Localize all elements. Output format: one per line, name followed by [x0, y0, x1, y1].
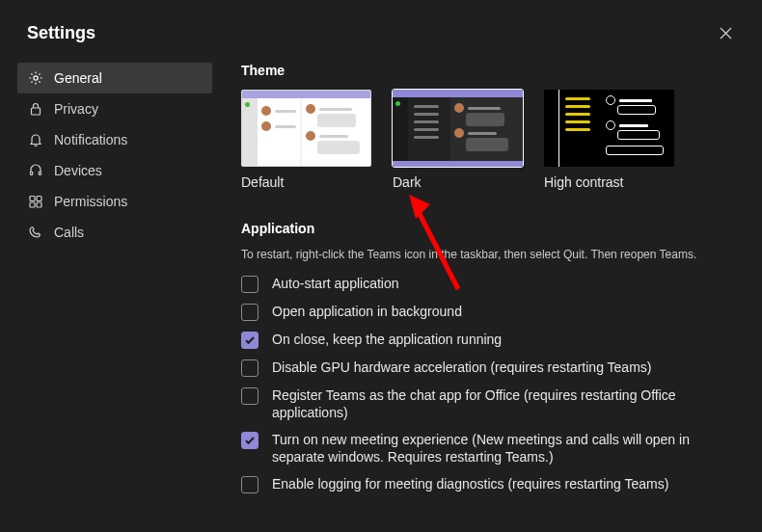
app-option-label: Enable logging for meeting diagnostics (…: [272, 475, 668, 492]
permissions-icon: [27, 193, 44, 210]
app-option-row[interactable]: Disable GPU hardware acceleration (requi…: [241, 359, 743, 377]
theme-thumbnail-high-contrast: [544, 90, 674, 167]
sidebar-item-devices[interactable]: Devices: [17, 155, 212, 186]
theme-thumbnail-default: [241, 90, 371, 167]
application-subtext: To restart, right-click the Teams icon i…: [241, 248, 743, 261]
headset-icon: [27, 162, 44, 179]
sidebar-item-label: General: [54, 70, 102, 86]
checkbox[interactable]: [241, 476, 259, 493]
theme-label: Default: [241, 174, 371, 190]
app-option-row[interactable]: Enable logging for meeting diagnostics (…: [241, 475, 743, 493]
theme-heading: Theme: [241, 63, 743, 78]
application-options: Auto-start applicationOpen application i…: [241, 275, 743, 493]
bell-icon: [27, 131, 44, 148]
checkbox[interactable]: [241, 304, 259, 321]
svg-rect-6: [30, 202, 35, 207]
svg-point-0: [34, 76, 38, 80]
gear-icon: [27, 69, 44, 87]
app-option-row[interactable]: On close, keep the application running: [241, 331, 743, 349]
svg-rect-2: [31, 172, 33, 175]
app-option-label: Disable GPU hardware acceleration (requi…: [272, 359, 651, 376]
sidebar-item-label: Calls: [54, 225, 84, 240]
app-option-label: Turn on new meeting experience (New meet…: [272, 431, 716, 466]
theme-option-default[interactable]: Default: [241, 90, 371, 190]
settings-sidebar: General Privacy Notifications Devices Pe: [17, 63, 212, 493]
phone-icon: [27, 224, 44, 241]
close-button[interactable]: [716, 24, 735, 43]
theme-label: Dark: [393, 174, 523, 190]
svg-rect-3: [39, 172, 41, 175]
app-option-row[interactable]: Auto-start application: [241, 275, 743, 293]
sidebar-item-notifications[interactable]: Notifications: [17, 124, 212, 155]
app-option-label: Register Teams as the chat app for Offic…: [272, 386, 716, 421]
checkbox[interactable]: [241, 432, 259, 449]
checkbox[interactable]: [241, 276, 259, 293]
theme-options: Default: [241, 90, 743, 190]
application-heading: Application: [241, 221, 743, 236]
checkbox[interactable]: [241, 359, 259, 377]
app-option-label: On close, keep the application running: [272, 331, 502, 348]
svg-rect-1: [32, 108, 41, 115]
sidebar-item-calls[interactable]: Calls: [17, 217, 212, 248]
sidebar-item-privacy[interactable]: Privacy: [17, 93, 212, 124]
sidebar-item-label: Permissions: [54, 194, 127, 209]
app-option-label: Open application in background: [272, 303, 462, 320]
sidebar-item-label: Notifications: [54, 132, 127, 147]
checkbox[interactable]: [241, 332, 259, 349]
close-icon: [720, 27, 732, 40]
checkbox[interactable]: [241, 387, 259, 405]
sidebar-item-label: Devices: [54, 163, 102, 178]
sidebar-item-label: Privacy: [54, 101, 98, 117]
settings-content: Theme Default: [212, 63, 762, 493]
theme-label: High contrast: [544, 174, 674, 190]
lock-icon: [27, 100, 44, 118]
app-option-row[interactable]: Turn on new meeting experience (New meet…: [241, 431, 743, 466]
app-option-row[interactable]: Open application in background: [241, 303, 743, 321]
theme-option-high-contrast[interactable]: High contrast: [544, 90, 674, 190]
theme-option-dark[interactable]: Dark: [393, 90, 523, 190]
theme-thumbnail-dark: [393, 90, 523, 167]
app-option-row[interactable]: Register Teams as the chat app for Offic…: [241, 386, 743, 421]
svg-rect-5: [37, 197, 41, 201]
svg-rect-7: [37, 202, 41, 207]
page-title: Settings: [27, 23, 95, 43]
sidebar-item-general[interactable]: General: [17, 63, 212, 93]
app-option-label: Auto-start application: [272, 275, 399, 292]
sidebar-item-permissions[interactable]: Permissions: [17, 186, 212, 217]
svg-rect-4: [30, 197, 35, 201]
